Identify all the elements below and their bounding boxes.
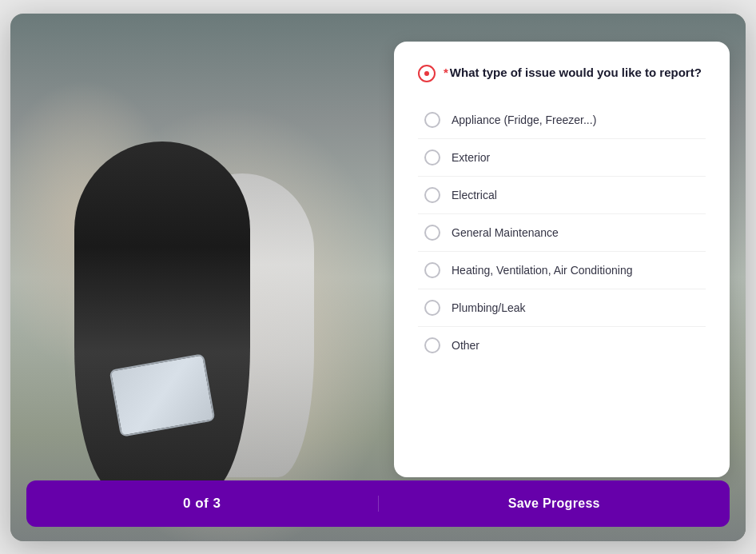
- figure-front: [74, 141, 250, 493]
- option-label-electrical: Electrical: [452, 189, 497, 201]
- required-star: *: [444, 66, 448, 79]
- bottom-bar: 0 of 3 Save Progress: [26, 480, 730, 527]
- question-card: *What type of issue would you like to re…: [394, 42, 730, 477]
- progress-text: 0 of 3: [183, 496, 221, 512]
- radio-general_maintenance: [424, 225, 440, 241]
- question-title: *What type of issue would you like to re…: [444, 64, 702, 81]
- option-electrical[interactable]: Electrical: [418, 177, 706, 214]
- radio-hvac: [424, 262, 440, 278]
- option-plumbing[interactable]: Plumbing/Leak: [418, 289, 706, 327]
- option-exterior[interactable]: Exterior: [418, 139, 706, 177]
- option-label-appliance: Appliance (Fridge, Freezer...): [452, 114, 596, 126]
- option-other[interactable]: Other: [418, 327, 706, 364]
- option-label-hvac: Heating, Ventilation, Air Conditioning: [452, 264, 632, 277]
- progress-section: 0 of 3: [26, 496, 379, 512]
- option-label-plumbing: Plumbing/Leak: [452, 301, 526, 314]
- main-container: *What type of issue would you like to re…: [10, 14, 746, 541]
- save-button[interactable]: Save Progress: [379, 496, 730, 511]
- option-general_maintenance[interactable]: General Maintenance: [418, 214, 706, 252]
- radio-electrical: [424, 187, 440, 203]
- question-header: *What type of issue would you like to re…: [418, 64, 706, 82]
- radio-other: [424, 337, 440, 353]
- option-label-exterior: Exterior: [452, 151, 490, 164]
- option-appliance[interactable]: Appliance (Fridge, Freezer...): [418, 102, 706, 139]
- radio-exterior: [424, 149, 440, 165]
- radio-appliance: [424, 112, 440, 128]
- options-list: Appliance (Fridge, Freezer...)ExteriorEl…: [418, 102, 706, 364]
- save-button-label: Save Progress: [508, 496, 600, 511]
- radio-plumbing: [424, 300, 440, 316]
- required-icon: [418, 65, 436, 82]
- option-label-other: Other: [452, 339, 479, 352]
- option-hvac[interactable]: Heating, Ventilation, Air Conditioning: [418, 252, 706, 289]
- required-dot: [424, 71, 429, 76]
- option-label-general_maintenance: General Maintenance: [452, 226, 559, 239]
